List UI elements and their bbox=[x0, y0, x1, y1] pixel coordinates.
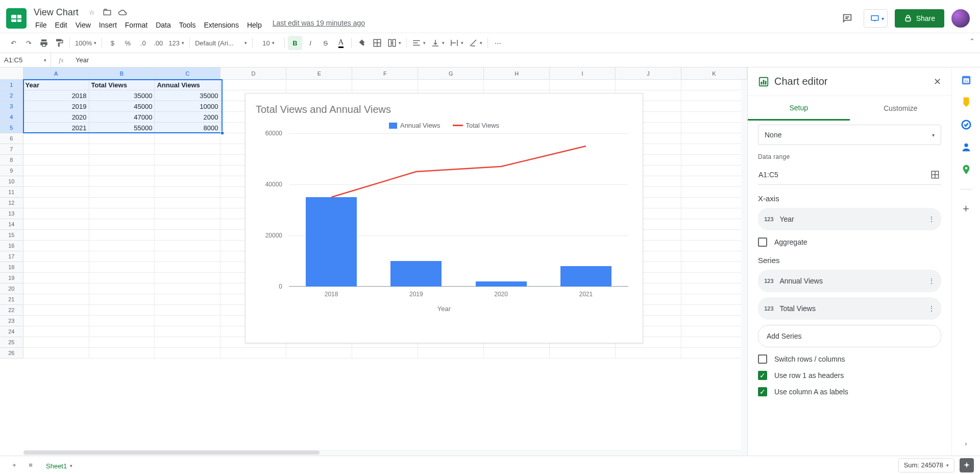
cell[interactable] bbox=[23, 208, 89, 219]
sheet-tab-1[interactable]: Sheet1▾ bbox=[39, 458, 80, 473]
cell[interactable]: Total Views bbox=[89, 80, 155, 90]
halign-button[interactable] bbox=[410, 36, 428, 50]
cell[interactable] bbox=[23, 219, 89, 230]
cell[interactable]: 35000 bbox=[89, 90, 155, 101]
row-header[interactable]: 1 bbox=[0, 80, 23, 90]
switch-rows-checkbox[interactable]: Switch rows / columns bbox=[758, 354, 941, 364]
select-all-corner[interactable] bbox=[0, 67, 23, 79]
cell[interactable] bbox=[681, 230, 747, 241]
row-header[interactable]: 15 bbox=[0, 230, 23, 241]
sheets-logo[interactable] bbox=[6, 8, 27, 29]
cell[interactable]: 55000 bbox=[89, 123, 155, 133]
cell[interactable] bbox=[89, 241, 155, 251]
font-size-dropdown[interactable]: 10 bbox=[256, 36, 281, 50]
series-more-icon[interactable]: ⋮ bbox=[928, 277, 935, 285]
cell[interactable] bbox=[155, 294, 220, 305]
font-dropdown[interactable]: Default (Ari... bbox=[193, 36, 249, 50]
cell[interactable] bbox=[89, 251, 155, 262]
cell[interactable] bbox=[681, 326, 747, 337]
tab-customize[interactable]: Customize bbox=[850, 96, 952, 121]
tasks-icon[interactable] bbox=[960, 118, 972, 131]
cell[interactable] bbox=[681, 165, 747, 176]
cell[interactable] bbox=[681, 219, 747, 230]
cell[interactable] bbox=[681, 101, 747, 112]
cell[interactable] bbox=[23, 294, 89, 305]
quicksum-dropdown[interactable]: Sum: 245078▾ bbox=[898, 458, 954, 472]
cell[interactable]: Year bbox=[23, 80, 89, 90]
wrap-button[interactable] bbox=[448, 36, 465, 50]
menu-tools[interactable]: Tools bbox=[176, 19, 200, 31]
cell[interactable] bbox=[89, 305, 155, 316]
cell[interactable] bbox=[352, 80, 418, 90]
cell[interactable] bbox=[681, 90, 747, 101]
cell[interactable] bbox=[89, 208, 155, 219]
print-button[interactable] bbox=[37, 36, 51, 50]
cell[interactable] bbox=[155, 165, 220, 176]
row-header[interactable]: 23 bbox=[0, 316, 23, 326]
number-format-dropdown[interactable]: 123 bbox=[166, 36, 186, 50]
cell[interactable] bbox=[23, 316, 89, 326]
undo-button[interactable]: ↶ bbox=[6, 36, 20, 50]
cell[interactable] bbox=[23, 348, 89, 359]
cell[interactable] bbox=[484, 348, 550, 359]
cell[interactable] bbox=[155, 187, 220, 198]
cell[interactable] bbox=[155, 208, 220, 219]
cell[interactable] bbox=[681, 155, 747, 165]
cell[interactable] bbox=[89, 283, 155, 294]
cell[interactable] bbox=[89, 348, 155, 359]
redo-button[interactable]: ↷ bbox=[21, 36, 36, 50]
zoom-dropdown[interactable]: 100% bbox=[73, 36, 99, 50]
cell[interactable] bbox=[23, 283, 89, 294]
cell[interactable] bbox=[155, 155, 220, 165]
cell[interactable] bbox=[155, 326, 220, 337]
row-header[interactable]: 10 bbox=[0, 176, 23, 187]
cell[interactable]: 2021 bbox=[23, 123, 89, 133]
menu-file[interactable]: File bbox=[32, 19, 51, 31]
menu-view[interactable]: View bbox=[72, 19, 94, 31]
aggregate-checkbox[interactable]: Aggregate bbox=[758, 238, 941, 247]
row-header[interactable]: 3 bbox=[0, 101, 23, 112]
cell[interactable] bbox=[89, 198, 155, 208]
menu-insert[interactable]: Insert bbox=[95, 19, 120, 31]
document-title[interactable]: View Chart bbox=[31, 6, 82, 19]
stacking-dropdown[interactable]: None▾ bbox=[758, 125, 941, 145]
cell[interactable] bbox=[220, 80, 286, 90]
row-header[interactable]: 25 bbox=[0, 337, 23, 348]
cell[interactable] bbox=[550, 80, 616, 90]
row-header[interactable]: 12 bbox=[0, 198, 23, 208]
hide-rail-icon[interactable]: › bbox=[960, 437, 972, 449]
cell[interactable] bbox=[23, 144, 89, 155]
cell[interactable] bbox=[681, 262, 747, 273]
use-row1-checkbox[interactable]: ✓Use row 1 as headers bbox=[758, 371, 941, 380]
merge-button[interactable] bbox=[385, 36, 403, 50]
tab-setup[interactable]: Setup bbox=[748, 96, 850, 121]
cell[interactable]: 35000 bbox=[155, 90, 220, 101]
cell[interactable] bbox=[681, 112, 747, 123]
cell[interactable] bbox=[89, 326, 155, 337]
maps-icon[interactable] bbox=[960, 163, 972, 176]
increase-decimal-button[interactable]: .00 bbox=[151, 36, 165, 50]
close-panel-icon[interactable]: ✕ bbox=[934, 76, 941, 87]
add-sheet-button[interactable]: + bbox=[6, 457, 22, 473]
row-header[interactable]: 11 bbox=[0, 187, 23, 198]
cell[interactable] bbox=[155, 316, 220, 326]
keep-icon[interactable] bbox=[960, 96, 972, 108]
row-header[interactable]: 4 bbox=[0, 112, 23, 123]
cell[interactable] bbox=[89, 294, 155, 305]
cell[interactable] bbox=[155, 273, 220, 283]
menu-help[interactable]: Help bbox=[243, 19, 265, 31]
all-sheets-button[interactable]: ≡ bbox=[22, 457, 39, 473]
cell[interactable] bbox=[155, 348, 220, 359]
cell[interactable] bbox=[616, 348, 681, 359]
row-header[interactable]: 21 bbox=[0, 294, 23, 305]
row-header[interactable]: 20 bbox=[0, 283, 23, 294]
col-header-B[interactable]: B bbox=[89, 67, 155, 79]
col-header-A[interactable]: A bbox=[23, 67, 89, 79]
row-header[interactable]: 7 bbox=[0, 144, 23, 155]
cell[interactable] bbox=[89, 165, 155, 176]
cell[interactable] bbox=[681, 316, 747, 326]
cell[interactable] bbox=[89, 187, 155, 198]
col-header-J[interactable]: J bbox=[616, 67, 681, 79]
cell[interactable] bbox=[89, 273, 155, 283]
row-header[interactable]: 6 bbox=[0, 133, 23, 144]
